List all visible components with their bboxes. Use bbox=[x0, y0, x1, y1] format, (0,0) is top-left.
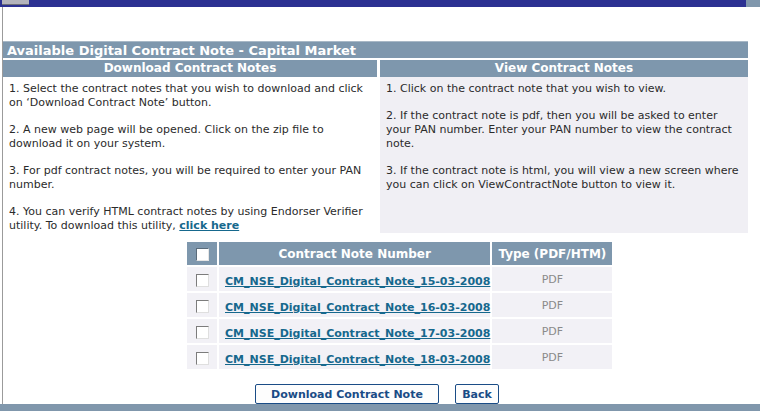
page: Available Digital Contract Note - Capita… bbox=[0, 0, 760, 411]
view-section-header: View Contract Notes bbox=[380, 60, 748, 77]
row-checkbox[interactable] bbox=[196, 352, 209, 365]
table-row: CM_NSE_Digital_Contract_Note_18-03-2008 … bbox=[187, 345, 612, 369]
topbar-right-segment bbox=[746, 0, 760, 7]
click-here-link[interactable]: click here bbox=[179, 219, 239, 232]
row-checkbox[interactable] bbox=[196, 274, 209, 287]
download-instructions-panel: 1. Select the contract notes that you wi… bbox=[3, 77, 377, 233]
type-value: PDF bbox=[492, 319, 612, 343]
type-value: PDF bbox=[492, 267, 612, 291]
contract-notes-table: Contract Note Number Type (PDF/HTM) CM_N… bbox=[185, 240, 614, 371]
table-row: CM_NSE_Digital_Contract_Note_16-03-2008 … bbox=[187, 293, 612, 317]
column-header-type: Type (PDF/HTM) bbox=[492, 242, 612, 265]
type-value: PDF bbox=[492, 345, 612, 369]
download-section-header: Download Contract Notes bbox=[3, 60, 377, 77]
browser-top-bar bbox=[0, 0, 760, 7]
column-header-note: Contract Note Number bbox=[219, 242, 490, 265]
checkbox-cell bbox=[187, 345, 217, 369]
contract-note-link[interactable]: CM_NSE_Digital_Contract_Note_18-03-2008 bbox=[225, 353, 490, 366]
note-cell: CM_NSE_Digital_Contract_Note_15-03-2008 bbox=[219, 267, 490, 291]
contract-note-link[interactable]: CM_NSE_Digital_Contract_Note_15-03-2008 bbox=[225, 275, 490, 288]
button-row: Download Contract Note Back bbox=[187, 384, 567, 404]
view-step-1: 1. Click on the contract note that you w… bbox=[386, 82, 742, 96]
download-contract-note-button[interactable]: Download Contract Note bbox=[255, 384, 439, 404]
view-instructions-panel: 1. Click on the contract note that you w… bbox=[380, 77, 748, 233]
topbar-corner-box bbox=[2, 0, 29, 5]
checkbox-cell bbox=[187, 293, 217, 317]
table-row: CM_NSE_Digital_Contract_Note_15-03-2008 … bbox=[187, 267, 612, 291]
contract-note-link[interactable]: CM_NSE_Digital_Contract_Note_17-03-2008 bbox=[225, 327, 490, 340]
checkbox-cell bbox=[187, 267, 217, 291]
back-button[interactable]: Back bbox=[455, 384, 499, 404]
table-header-row: Contract Note Number Type (PDF/HTM) bbox=[187, 242, 612, 265]
table-row: CM_NSE_Digital_Contract_Note_17-03-2008 … bbox=[187, 319, 612, 343]
select-all-cell bbox=[187, 242, 217, 265]
note-cell: CM_NSE_Digital_Contract_Note_18-03-2008 bbox=[219, 345, 490, 369]
contract-note-link[interactable]: CM_NSE_Digital_Contract_Note_16-03-2008 bbox=[225, 301, 490, 314]
bottom-bar bbox=[0, 404, 760, 411]
row-checkbox[interactable] bbox=[196, 326, 209, 339]
note-cell: CM_NSE_Digital_Contract_Note_17-03-2008 bbox=[219, 319, 490, 343]
download-step-2: 2. A new web page will be opened. Click … bbox=[9, 123, 371, 151]
download-step-4: 4. You can verify HTML contract notes by… bbox=[9, 205, 371, 233]
view-step-3: 3. If the contract note is html, you wil… bbox=[386, 164, 742, 192]
page-title: Available Digital Contract Note - Capita… bbox=[3, 41, 748, 58]
checkbox-cell bbox=[187, 319, 217, 343]
download-step-3: 3. For pdf contract notes, you will be r… bbox=[9, 164, 371, 192]
view-step-2: 2. If the contract note is pdf, then you… bbox=[386, 109, 742, 151]
select-all-checkbox[interactable] bbox=[196, 248, 209, 261]
row-checkbox[interactable] bbox=[196, 300, 209, 313]
note-cell: CM_NSE_Digital_Contract_Note_16-03-2008 bbox=[219, 293, 490, 317]
download-step-1: 1. Select the contract notes that you wi… bbox=[9, 82, 371, 110]
type-value: PDF bbox=[492, 293, 612, 317]
